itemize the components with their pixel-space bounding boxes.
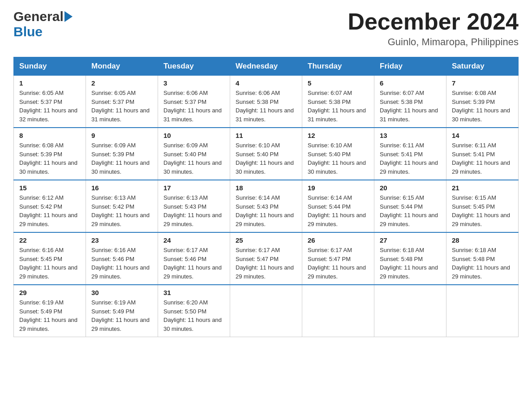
calendar-day-cell [230, 285, 302, 337]
day-number: 9 [91, 132, 152, 139]
sunrise-label: Sunrise: 6:09 AM [91, 142, 136, 149]
day-number: 24 [163, 236, 224, 244]
day-info: Sunrise: 6:12 AM Sunset: 5:42 PM Dayligh… [19, 193, 80, 228]
logo-blue-text: Blue [13, 24, 43, 39]
calendar-day-cell: 30 Sunrise: 6:19 AM Sunset: 5:49 PM Dayl… [86, 285, 158, 337]
calendar-header-saturday: Saturday [446, 57, 519, 76]
sunrise-label: Sunrise: 6:09 AM [163, 142, 208, 149]
sunrise-label: Sunrise: 6:06 AM [163, 90, 208, 96]
sunrise-label: Sunrise: 6:17 AM [163, 247, 208, 253]
sunset-label: Sunset: 5:38 PM [236, 98, 279, 105]
sunrise-label: Sunrise: 6:20 AM [163, 299, 208, 306]
logo: General Blue [13, 9, 73, 39]
sunrise-label: Sunrise: 6:18 AM [452, 247, 496, 253]
daylight-label: Daylight: 11 hours and 29 minutes. [236, 264, 294, 280]
sunrise-label: Sunrise: 6:13 AM [91, 194, 136, 201]
sunrise-label: Sunrise: 6:14 AM [308, 194, 352, 201]
sunset-label: Sunset: 5:47 PM [308, 256, 351, 262]
daylight-label: Daylight: 11 hours and 31 minutes. [163, 107, 222, 123]
calendar-day-cell: 3 Sunrise: 6:06 AM Sunset: 5:37 PM Dayli… [158, 76, 230, 128]
calendar-week-row: 29 Sunrise: 6:19 AM Sunset: 5:49 PM Dayl… [14, 285, 519, 337]
calendar-day-cell: 4 Sunrise: 6:06 AM Sunset: 5:38 PM Dayli… [230, 76, 302, 128]
sunrise-label: Sunrise: 6:15 AM [380, 194, 424, 201]
sunrise-label: Sunrise: 6:11 AM [380, 142, 424, 149]
location-text: Guinlo, Mimaropa, Philippines [348, 36, 519, 48]
day-number: 12 [308, 132, 369, 139]
sunset-label: Sunset: 5:45 PM [19, 256, 62, 262]
calendar-day-cell: 15 Sunrise: 6:12 AM Sunset: 5:42 PM Dayl… [14, 180, 86, 232]
sunrise-label: Sunrise: 6:10 AM [308, 142, 352, 149]
daylight-label: Daylight: 11 hours and 30 minutes. [163, 317, 222, 332]
day-number: 8 [19, 132, 80, 139]
day-number: 23 [91, 236, 152, 244]
calendar-day-cell: 26 Sunrise: 6:17 AM Sunset: 5:47 PM Dayl… [302, 232, 374, 285]
day-number: 21 [452, 184, 513, 192]
calendar-day-cell: 23 Sunrise: 6:16 AM Sunset: 5:46 PM Dayl… [86, 232, 158, 285]
sunset-label: Sunset: 5:38 PM [308, 98, 351, 105]
sunset-label: Sunset: 5:42 PM [91, 203, 134, 210]
calendar-header-monday: Monday [86, 57, 158, 76]
sunset-label: Sunset: 5:44 PM [380, 203, 423, 210]
day-info: Sunrise: 6:13 AM Sunset: 5:43 PM Dayligh… [163, 193, 224, 228]
day-number: 11 [236, 132, 296, 139]
daylight-label: Daylight: 11 hours and 29 minutes. [380, 264, 438, 280]
day-number: 25 [236, 236, 296, 244]
sunrise-label: Sunrise: 6:08 AM [452, 90, 496, 96]
day-number: 16 [91, 184, 152, 192]
day-info: Sunrise: 6:06 AM Sunset: 5:37 PM Dayligh… [163, 89, 224, 124]
day-info: Sunrise: 6:08 AM Sunset: 5:39 PM Dayligh… [452, 89, 513, 124]
calendar-day-cell: 9 Sunrise: 6:09 AM Sunset: 5:39 PM Dayli… [86, 128, 158, 180]
day-number: 5 [308, 79, 369, 87]
calendar-day-cell: 2 Sunrise: 6:05 AM Sunset: 5:37 PM Dayli… [86, 76, 158, 128]
day-info: Sunrise: 6:19 AM Sunset: 5:49 PM Dayligh… [91, 298, 152, 333]
day-number: 13 [380, 132, 441, 139]
calendar-day-cell: 18 Sunrise: 6:14 AM Sunset: 5:43 PM Dayl… [230, 180, 302, 232]
calendar-day-cell: 21 Sunrise: 6:15 AM Sunset: 5:45 PM Dayl… [446, 180, 519, 232]
day-info: Sunrise: 6:10 AM Sunset: 5:40 PM Dayligh… [236, 141, 296, 176]
sunset-label: Sunset: 5:47 PM [236, 256, 279, 262]
sunset-label: Sunset: 5:41 PM [452, 151, 495, 158]
daylight-label: Daylight: 11 hours and 30 minutes. [236, 159, 294, 175]
sunset-label: Sunset: 5:48 PM [380, 256, 423, 262]
sunset-label: Sunset: 5:43 PM [163, 203, 206, 210]
day-info: Sunrise: 6:16 AM Sunset: 5:46 PM Dayligh… [91, 246, 152, 281]
day-info: Sunrise: 6:15 AM Sunset: 5:45 PM Dayligh… [452, 193, 513, 228]
day-info: Sunrise: 6:13 AM Sunset: 5:42 PM Dayligh… [91, 193, 152, 228]
calendar-day-cell: 8 Sunrise: 6:08 AM Sunset: 5:39 PM Dayli… [14, 128, 86, 180]
daylight-label: Daylight: 11 hours and 29 minutes. [452, 159, 510, 175]
sunset-label: Sunset: 5:40 PM [163, 151, 206, 158]
daylight-label: Daylight: 11 hours and 29 minutes. [91, 317, 150, 332]
daylight-label: Daylight: 11 hours and 29 minutes. [91, 264, 150, 280]
sunset-label: Sunset: 5:50 PM [163, 308, 206, 315]
day-info: Sunrise: 6:05 AM Sunset: 5:37 PM Dayligh… [19, 89, 80, 124]
day-number: 4 [236, 79, 296, 87]
daylight-label: Daylight: 11 hours and 31 minutes. [91, 107, 150, 123]
daylight-label: Daylight: 11 hours and 30 minutes. [19, 159, 77, 175]
sunset-label: Sunset: 5:41 PM [380, 151, 423, 158]
calendar-day-cell: 12 Sunrise: 6:10 AM Sunset: 5:40 PM Dayl… [302, 128, 374, 180]
calendar-header-tuesday: Tuesday [158, 57, 230, 76]
title-section: December 2024 Guinlo, Mimaropa, Philippi… [348, 9, 519, 48]
daylight-label: Daylight: 11 hours and 31 minutes. [236, 107, 294, 123]
sunset-label: Sunset: 5:46 PM [91, 256, 134, 262]
calendar-day-cell [446, 285, 519, 337]
day-number: 17 [163, 184, 224, 192]
daylight-label: Daylight: 11 hours and 29 minutes. [380, 159, 438, 175]
day-info: Sunrise: 6:20 AM Sunset: 5:50 PM Dayligh… [163, 298, 224, 333]
day-number: 20 [380, 184, 441, 192]
sunrise-label: Sunrise: 6:11 AM [452, 142, 496, 149]
day-number: 18 [236, 184, 296, 192]
sunset-label: Sunset: 5:39 PM [19, 151, 62, 158]
day-number: 28 [452, 236, 513, 244]
day-info: Sunrise: 6:14 AM Sunset: 5:44 PM Dayligh… [308, 193, 369, 228]
day-number: 19 [308, 184, 369, 192]
day-number: 3 [163, 79, 224, 87]
calendar-day-cell: 6 Sunrise: 6:07 AM Sunset: 5:38 PM Dayli… [374, 76, 446, 128]
day-number: 10 [163, 132, 224, 139]
calendar-week-row: 1 Sunrise: 6:05 AM Sunset: 5:37 PM Dayli… [14, 76, 519, 128]
day-info: Sunrise: 6:17 AM Sunset: 5:46 PM Dayligh… [163, 246, 224, 281]
daylight-label: Daylight: 11 hours and 29 minutes. [19, 317, 77, 332]
day-number: 26 [308, 236, 369, 244]
daylight-label: Daylight: 11 hours and 29 minutes. [163, 212, 222, 227]
sunrise-label: Sunrise: 6:05 AM [91, 90, 136, 96]
